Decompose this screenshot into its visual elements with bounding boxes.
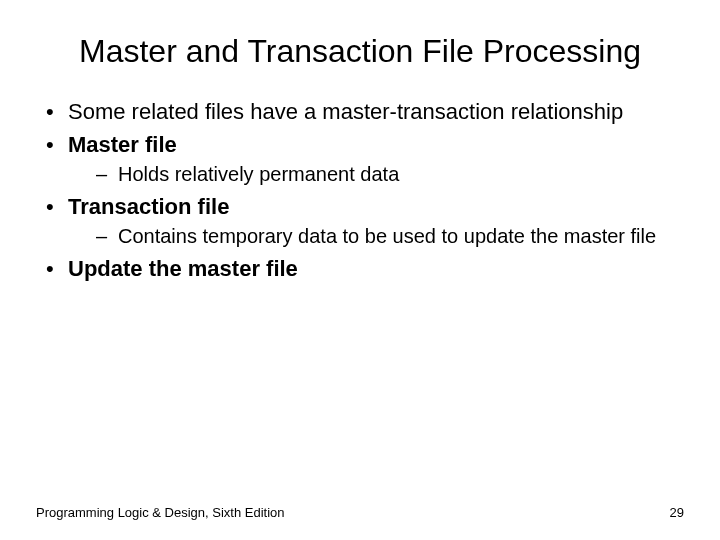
slide-title: Master and Transaction File Processing — [56, 32, 664, 70]
sub-bullet-list: Holds relatively permanent data — [96, 161, 684, 187]
sub-bullet-list: Contains temporary data to be used to up… — [96, 223, 684, 249]
slide-footer: Programming Logic & Design, Sixth Editio… — [36, 505, 684, 520]
sub-bullet-item: Contains temporary data to be used to up… — [96, 223, 684, 249]
bullet-text: Transaction file — [68, 194, 229, 219]
sub-bullet-text: Contains temporary data to be used to up… — [118, 225, 656, 247]
sub-bullet-text: Holds relatively permanent data — [118, 163, 399, 185]
footer-source: Programming Logic & Design, Sixth Editio… — [36, 505, 285, 520]
slide: Master and Transaction File Processing S… — [0, 0, 720, 540]
sub-bullet-item: Holds relatively permanent data — [96, 161, 684, 187]
bullet-item: Master file Holds relatively permanent d… — [42, 131, 684, 187]
slide-number: 29 — [670, 505, 684, 520]
bullet-text: Master file — [68, 132, 177, 157]
bullet-list: Some related files have a master-transac… — [42, 98, 684, 283]
bullet-item: Update the master file — [42, 255, 684, 283]
bullet-text: Update the master file — [68, 256, 298, 281]
bullet-item: Transaction file Contains temporary data… — [42, 193, 684, 249]
bullet-text: Some related files have a master-transac… — [68, 99, 623, 124]
bullet-item: Some related files have a master-transac… — [42, 98, 684, 126]
